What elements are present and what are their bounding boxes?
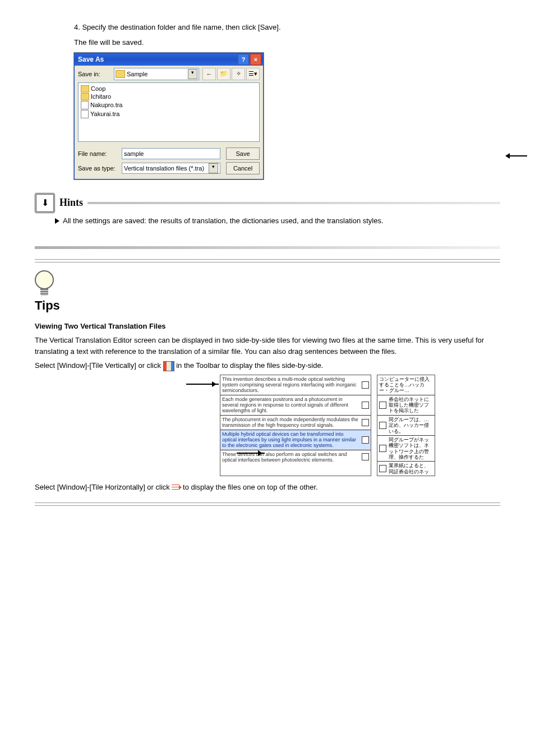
save-in-dropdown[interactable]: Sample ▾ xyxy=(114,68,199,80)
table-row[interactable]: Each mode generates positrons and a phot… xyxy=(220,395,371,416)
table-row[interactable]: 業界紙によると、同証券会社のネッ xyxy=(377,462,435,476)
right-pane: コンピューターに侵入することを…ハッカー・グルー… 券会社のネットに取得した機密… xyxy=(377,375,435,476)
cell-text: コンピューターに侵入することを…ハッカー・グルー… xyxy=(379,376,433,394)
save-type-dropdown[interactable]: Vertical translation files (*.tra) ▾ xyxy=(122,163,220,174)
save-as-dialog-figure: Save As ? × Save in: Sample ▾ ← 📁 ✧ ☰▾ xyxy=(74,53,500,179)
chevron-down-icon[interactable]: ▾ xyxy=(188,69,197,79)
document-icon xyxy=(81,101,89,109)
cell-text: Multiple hybrid optical devices can be t… xyxy=(222,431,359,449)
divider xyxy=(35,246,500,249)
tile-vertically-icon xyxy=(163,361,174,371)
table-row[interactable]: 同グループは、…定め、ハッカー侵いる。 xyxy=(377,416,435,436)
divider xyxy=(87,202,500,204)
checkbox-icon[interactable] xyxy=(362,381,369,389)
pointer-arrow-icon xyxy=(237,453,265,454)
save-in-value: Sample xyxy=(127,71,147,77)
table-row[interactable]: The photocurrent in each mode independen… xyxy=(220,416,371,430)
step-result: The file will be saved. xyxy=(74,38,500,48)
tips-text: in the Toolbar to display the files side… xyxy=(176,361,323,370)
step-text: 4. Specify the destination folder and fi… xyxy=(74,22,500,33)
table-row[interactable]: 同グループがネッ機密ソフトは、ネットワーク上の管理、操作するた xyxy=(377,436,435,462)
cell-text: 券会社のネットに取得した機密ソフトを掲示した xyxy=(389,397,433,414)
file-name: Nakupro.tra xyxy=(90,102,122,108)
tips-heading: Viewing Two Vertical Translation Files xyxy=(35,321,500,332)
hints-header: ⬇ Hints xyxy=(35,193,500,213)
hints-body: All the settings are saved: the results … xyxy=(55,216,500,225)
hints-icon: ⬇ xyxy=(35,193,55,213)
back-icon[interactable]: ← xyxy=(202,68,216,80)
left-pane: This invention describes a multi-mode op… xyxy=(220,375,371,476)
up-folder-icon[interactable]: 📁 xyxy=(217,68,230,80)
dialog-titlebar: Save As ? × xyxy=(75,53,263,66)
cell-text: 業界紙によると、同証券会社のネッ xyxy=(389,463,433,474)
hints-label: Hints xyxy=(59,197,83,209)
views-icon[interactable]: ☰▾ xyxy=(246,68,260,80)
lightbulb-icon xyxy=(35,270,54,298)
two-pane-figure: This invention describes a multi-mode op… xyxy=(220,375,500,476)
table-row[interactable]: This invention describes a multi-mode op… xyxy=(220,375,371,395)
pointer-arrow-icon xyxy=(186,384,219,385)
folder-icon xyxy=(81,85,89,93)
file-name-input[interactable]: sample xyxy=(122,148,220,159)
cell-text: 同グループは、…定め、ハッカー侵いる。 xyxy=(389,417,433,434)
new-folder-icon[interactable]: ✧ xyxy=(232,68,245,80)
folder-icon xyxy=(81,93,89,100)
pointer-arrow-icon xyxy=(507,155,527,156)
folder-icon xyxy=(116,70,125,78)
checkbox-icon[interactable] xyxy=(362,436,369,444)
save-type-value: Vertical translation files (*.tra) xyxy=(124,165,204,172)
file-name: Coop xyxy=(91,85,105,92)
checkbox-icon[interactable] xyxy=(362,453,369,460)
checkbox-icon[interactable] xyxy=(379,465,386,472)
tips-header xyxy=(35,270,500,298)
save-in-label: Save in: xyxy=(78,71,110,77)
divider xyxy=(35,503,500,506)
tips-label: Tips xyxy=(35,298,500,313)
tips-text: Select [Window]-[Tile Horizontally] or c… xyxy=(35,483,172,491)
file-name-label: File name: xyxy=(78,150,118,157)
save-button[interactable]: Save xyxy=(226,147,260,160)
cell-text: This invention describes a multi-mode op… xyxy=(222,376,359,394)
tips-text: Select [Window]-[Tile Vertically] or cli… xyxy=(35,361,163,370)
help-icon[interactable]: ? xyxy=(238,54,249,65)
divider xyxy=(35,259,500,262)
bullet-icon xyxy=(55,218,59,224)
tips-paragraph: Select [Window]-[Tile Horizontally] or c… xyxy=(35,482,500,493)
tile-horizontally-icon xyxy=(172,483,181,491)
list-item[interactable]: Ichitaro xyxy=(81,93,257,100)
checkbox-icon[interactable] xyxy=(379,445,386,452)
table-row[interactable]: 券会社のネットに取得した機密ソフトを掲示した xyxy=(377,395,435,416)
cell-text: 同グループがネッ機密ソフトは、ネットワーク上の管理、操作するた xyxy=(389,437,433,460)
list-item[interactable]: Coop xyxy=(81,85,257,93)
save-type-label: Save as type: xyxy=(78,165,118,172)
close-icon[interactable]: × xyxy=(250,54,261,65)
checkbox-icon[interactable] xyxy=(362,419,369,426)
cancel-button[interactable]: Cancel xyxy=(226,162,260,174)
checkbox-icon[interactable] xyxy=(379,402,386,409)
file-name: Yakurai.tra xyxy=(90,110,119,117)
document-icon xyxy=(81,110,89,118)
dialog-title: Save As xyxy=(78,56,104,63)
tips-text: to display the files one on top of the o… xyxy=(183,483,318,491)
cell-text: The photocurrent in each mode independen… xyxy=(222,417,359,428)
tips-paragraph: The Vertical Translation Editor screen c… xyxy=(35,335,500,357)
list-item[interactable]: Yakurai.tra xyxy=(81,110,257,118)
file-name: Ichitaro xyxy=(91,93,111,100)
chevron-down-icon[interactable]: ▾ xyxy=(209,163,218,173)
file-name-value: sample xyxy=(124,150,144,157)
hints-text: All the settings are saved: the results … xyxy=(63,216,384,225)
list-item[interactable]: Nakupro.tra xyxy=(81,101,257,109)
checkbox-icon[interactable] xyxy=(379,422,386,429)
file-list[interactable]: Coop Ichitaro Nakupro.tra Yakurai.tra xyxy=(78,82,260,142)
table-row[interactable]: Multiple hybrid optical devices can be t… xyxy=(220,430,371,450)
checkbox-icon[interactable] xyxy=(362,402,369,409)
table-row[interactable]: コンピューターに侵入することを…ハッカー・グルー… xyxy=(377,375,435,395)
tips-paragraph: Select [Window]-[Tile Vertically] or cli… xyxy=(35,360,500,371)
cell-text: Each mode generates positrons and a phot… xyxy=(222,397,359,414)
